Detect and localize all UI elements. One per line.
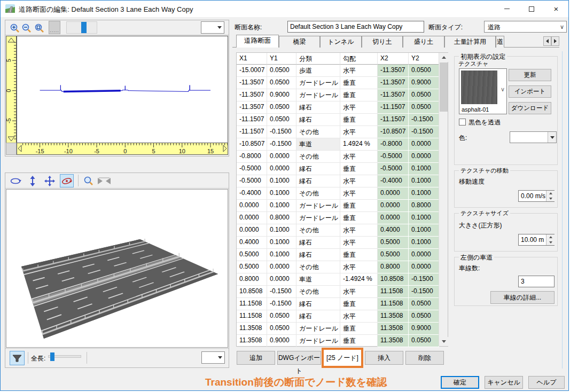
table-cell[interactable]: 0.1000: [409, 163, 439, 175]
table-cell[interactable]: 水平: [340, 261, 378, 273]
table-cell[interactable]: その他: [296, 224, 340, 237]
table-cell[interactable]: 0.8000: [237, 273, 267, 286]
view2d-preset-combo[interactable]: [201, 21, 224, 34]
table-cell[interactable]: -0.4000: [378, 175, 409, 187]
table-cell[interactable]: 0.1000: [409, 175, 439, 187]
table-cell[interactable]: ガードレール: [296, 89, 340, 101]
table-cell[interactable]: その他: [296, 126, 340, 138]
table-cell[interactable]: -15.0007: [237, 65, 267, 77]
table-cell[interactable]: -11.1507: [378, 101, 409, 114]
table-cell[interactable]: -0.1500: [267, 286, 296, 298]
table-cell[interactable]: -11.3507: [237, 101, 267, 114]
node-count-button[interactable]: [25 ノード]: [324, 350, 361, 366]
table-cell[interactable]: 水平: [340, 65, 378, 77]
table-cell[interactable]: -0.4000: [237, 187, 267, 200]
table-cell[interactable]: 垂直: [340, 114, 378, 126]
column-header-X2[interactable]: X2: [378, 53, 409, 65]
tab-トンネル[interactable]: トンネル: [320, 36, 362, 48]
table-cell[interactable]: ガードレール: [296, 200, 340, 212]
table-cell[interactable]: 0.1000: [267, 200, 296, 212]
table-cell[interactable]: -10.8507: [237, 138, 267, 151]
help-button[interactable]: ヘルプ: [528, 376, 565, 389]
tab-scroll-left-button[interactable]: [543, 36, 551, 46]
table-cell[interactable]: -11.3507: [378, 89, 409, 101]
table-cell[interactable]: ガードレール: [296, 335, 340, 347]
table-cell[interactable]: 11.1508: [237, 298, 267, 310]
table-cell[interactable]: 11.1508: [378, 286, 409, 298]
table-cell[interactable]: 水平: [340, 175, 378, 187]
table-cell[interactable]: 縁石: [296, 114, 340, 126]
table-cell[interactable]: 0.9000: [409, 323, 439, 335]
spin-down-icon[interactable]: [546, 240, 555, 245]
table-cell[interactable]: 0.0500: [409, 310, 439, 323]
table-cell[interactable]: 0.4000: [237, 237, 267, 249]
tab-scroll-right-button[interactable]: [551, 36, 559, 46]
table-cell[interactable]: -11.1507: [237, 126, 267, 138]
lane-detail-button[interactable]: 車線の詳細...: [490, 291, 555, 304]
table-cell[interactable]: 0.1000: [409, 187, 439, 200]
table-cell[interactable]: 0.1000: [267, 249, 296, 261]
table-cell[interactable]: -11.3507: [378, 77, 409, 89]
table-cell[interactable]: 垂直: [340, 200, 378, 212]
zoom-slider[interactable]: [66, 21, 97, 34]
table-cell[interactable]: -0.1500: [267, 138, 296, 151]
spin-up-icon[interactable]: [546, 191, 555, 196]
road-3d-canvas[interactable]: [6, 189, 228, 348]
camera-view-button[interactable]: [97, 174, 111, 187]
ok-button[interactable]: 確定: [441, 376, 479, 389]
table-cell[interactable]: 0.0000: [237, 224, 267, 237]
spin-up-icon[interactable]: [546, 234, 555, 240]
size-spinner[interactable]: 10.00 m: [518, 234, 555, 246]
column-header-Y1[interactable]: Y1: [267, 53, 296, 65]
add-button[interactable]: 追加: [237, 351, 275, 365]
zoom-out-button[interactable]: [20, 21, 32, 34]
table-cell[interactable]: 0.1000: [409, 237, 439, 249]
table-cell[interactable]: 垂直: [340, 249, 378, 261]
table-cell[interactable]: 0.0000: [409, 138, 439, 151]
table-cell[interactable]: 縁石: [296, 237, 340, 249]
table-cell[interactable]: 0.8000: [378, 261, 409, 273]
title-bar[interactable]: 道路断面の編集: Default Section 3 Lane Each Way…: [1, 1, 568, 17]
table-cell[interactable]: 縁石: [296, 175, 340, 187]
length-slider[interactable]: [48, 355, 81, 358]
table-cell[interactable]: 0.0500: [409, 298, 439, 310]
cancel-button[interactable]: キャンセル: [485, 376, 523, 389]
insert-button[interactable]: 挿入: [365, 351, 403, 365]
table-cell[interactable]: 0.0500: [267, 65, 296, 77]
table-cell[interactable]: その他: [296, 261, 340, 273]
table-cell[interactable]: 0.0000: [409, 261, 439, 273]
table-cell[interactable]: 0.1000: [409, 212, 439, 224]
table-cell[interactable]: 0.0000: [378, 200, 409, 212]
table-cell[interactable]: 11.1508: [378, 298, 409, 310]
table-cell[interactable]: 水平: [340, 151, 378, 163]
table-cell[interactable]: 0.5000: [378, 249, 409, 261]
orbit-horizontal-button[interactable]: [9, 174, 22, 187]
scroll-down-icon[interactable]: [439, 337, 448, 346]
table-cell[interactable]: 0.0000: [409, 249, 439, 261]
column-header-勾配[interactable]: 勾配: [340, 53, 378, 65]
table-cell[interactable]: 0.0500: [267, 77, 296, 89]
table-cell[interactable]: 11.3508: [378, 310, 409, 323]
table-cell[interactable]: 車道: [296, 273, 340, 286]
table-cell[interactable]: -0.1500: [267, 126, 296, 138]
table-cell[interactable]: その他: [296, 151, 340, 163]
column-header-X1[interactable]: X1: [237, 53, 267, 65]
table-cell[interactable]: 0.0500: [267, 310, 296, 323]
table-cell[interactable]: 0.0500: [267, 101, 296, 114]
table-cell[interactable]: ガードレール: [296, 323, 340, 335]
scrollbar-thumb[interactable]: [440, 62, 448, 112]
fit-options-button[interactable]: .....: [49, 21, 60, 34]
table-cell[interactable]: 0.1000: [267, 224, 296, 237]
section-type-combo[interactable]: 道路 ∨: [484, 21, 567, 33]
table-cell[interactable]: -0.8000: [237, 151, 267, 163]
table-cell[interactable]: 0.0000: [237, 212, 267, 224]
table-cell[interactable]: 歩道: [296, 65, 340, 77]
table-cell[interactable]: -0.1500: [267, 298, 296, 310]
column-header-Y2[interactable]: Y2: [409, 53, 439, 65]
table-cell[interactable]: 0.9000: [409, 77, 439, 89]
table-cell[interactable]: 0.1000: [267, 237, 296, 249]
table-scrollbar[interactable]: [439, 53, 448, 346]
table-cell[interactable]: 縁石: [296, 310, 340, 323]
table-cell[interactable]: その他: [296, 286, 340, 298]
table-cell[interactable]: 車道: [296, 138, 340, 151]
